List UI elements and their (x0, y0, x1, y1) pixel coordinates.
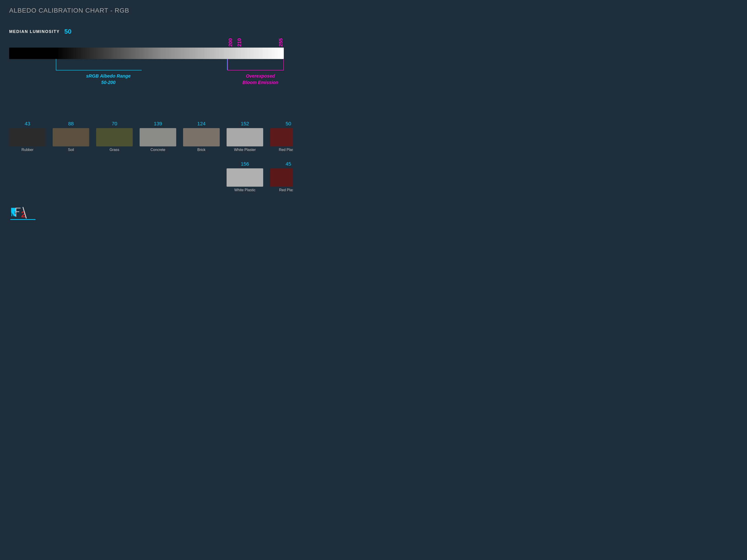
marker-255: 255 (278, 38, 284, 47)
gradient-bar (9, 48, 284, 59)
swatch-white-plastic-value: 156 (241, 161, 249, 167)
swatch-white-plaster: 152 White Plaster (227, 121, 263, 152)
swatch-white-plastic-box (227, 168, 263, 187)
srgb-label-line2: 50-200 (101, 80, 115, 85)
swatch-concrete-value: 139 (154, 121, 162, 127)
swatch-brick-value: 124 (197, 121, 206, 127)
swatch-red-plastic-label: Red Plastic (279, 188, 293, 192)
overexposed-line1: Overexposed (246, 74, 275, 78)
swatch-concrete-label: Concrete (151, 148, 165, 152)
bar-numbers-row: 200 210 255 (9, 37, 284, 48)
bracket-area: sRGB Albedo Range 50-200 Overexposed Blo… (9, 59, 284, 98)
magenta-bracket-bottom (228, 70, 284, 71)
median-label-row: MEDIAN LUMINOSITY 50 (9, 28, 284, 35)
swatch-white-plaster-value: 152 (241, 121, 249, 127)
magenta-bracket-left (228, 59, 228, 70)
swatch-soil-box (53, 128, 89, 146)
swatch-soil: 88 Soil (53, 121, 89, 152)
srgb-label: sRGB Albedo Range 50-200 (86, 73, 131, 85)
swatch-white-plaster-box (227, 128, 263, 146)
swatch-white-plastic-label: White Plastic (234, 188, 255, 192)
swatch-grass-label: Grass (110, 148, 120, 152)
swatch-white-plaster-label: White Plaster (234, 148, 256, 152)
bar-section: 200 210 255 sRGB Albedo Range 50-200 (9, 37, 284, 98)
luminosity-section: MEDIAN LUMINOSITY 50 200 210 255 (9, 28, 284, 98)
swatch-brick-box (183, 128, 220, 146)
svg-rect-7 (16, 211, 19, 212)
swatch-red-plaster-value: 50 (286, 121, 291, 127)
marker-210: 210 (236, 38, 242, 47)
swatch-rubber-label: Rubber (22, 148, 33, 152)
blue-bracket-bottom (56, 70, 141, 71)
blue-bracket-left (56, 59, 56, 70)
swatch-grass-box (96, 128, 133, 146)
marker-200: 200 (228, 38, 233, 47)
swatch-red-plastic-value: 45 (286, 161, 291, 167)
swatch-red-plaster-box (270, 128, 293, 146)
blue-bracket (56, 59, 228, 77)
swatch-brick: 124 Brick (183, 121, 220, 152)
swatch-grass-value: 70 (112, 121, 117, 127)
rf2-logo-svg: 2 (9, 206, 41, 226)
median-value-50: 50 (64, 28, 71, 35)
page-title: ALBEDO CALIBRATION CHART - RGB (9, 7, 284, 14)
swatch-red-plastic-box (270, 168, 293, 187)
title-main: ALBEDO CALIBRATION CHART (9, 7, 108, 14)
overexposed-line2: Bloom Emission (242, 80, 278, 85)
swatch-concrete-box (139, 128, 176, 146)
magenta-bracket-right (283, 59, 284, 70)
overexposed-label: Overexposed Bloom Emission (242, 73, 278, 85)
swatch-grass: 70 Grass (96, 121, 133, 152)
swatch-soil-label: Soil (68, 148, 74, 152)
swatch-red-plaster: 50 Red Plaster (270, 121, 293, 152)
swatch-rubber-box (9, 128, 46, 146)
swatch-concrete: 139 Concrete (139, 121, 176, 152)
swatches-row-2: 156 White Plastic 45 Red Plastic (227, 161, 284, 192)
swatch-red-plastic: 45 Red Plastic (270, 161, 293, 192)
swatch-brick-label: Brick (197, 148, 206, 152)
swatches-row-1: 43 Rubber 88 Soil 70 Grass 139 Concrete … (9, 121, 284, 152)
swatch-white-plastic: 156 White Plastic (227, 161, 263, 192)
svg-rect-5 (16, 208, 16, 217)
median-label-text: MEDIAN LUMINOSITY (9, 29, 60, 34)
rf2-logo: 2 (9, 206, 41, 226)
srgb-label-line1: sRGB Albedo Range (86, 74, 131, 78)
swatch-rubber: 43 Rubber (9, 121, 46, 152)
swatch-rubber-value: 43 (25, 121, 30, 127)
swatch-soil-value: 88 (68, 121, 74, 127)
swatch-red-plaster-label: Red Plaster (279, 148, 293, 152)
svg-rect-10 (10, 219, 35, 220)
swatches-section: 43 Rubber 88 Soil 70 Grass 139 Concrete … (9, 121, 284, 192)
svg-rect-6 (16, 208, 21, 208)
title-sub: - RGB (108, 7, 129, 14)
